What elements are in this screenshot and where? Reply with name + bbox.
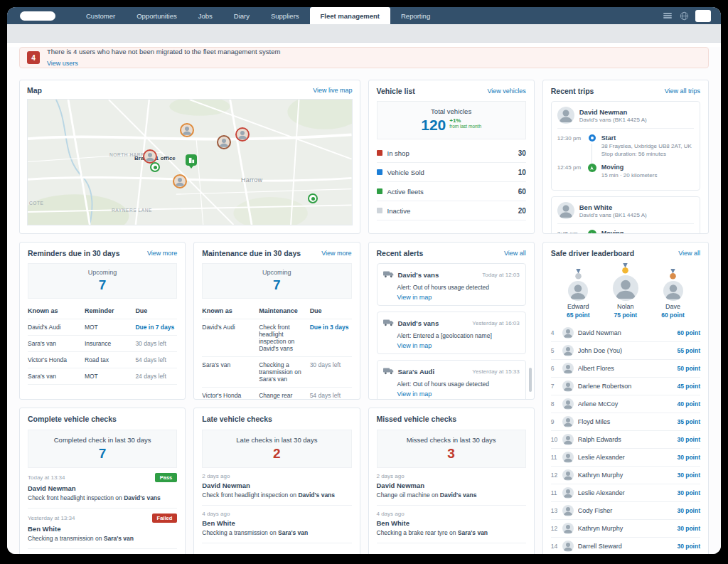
vehicle-status-row[interactable]: Inactive 20	[377, 201, 526, 220]
nav-tab[interactable]: Fleet management	[310, 7, 390, 24]
driver-avatar	[663, 281, 683, 301]
total-vehicles-delta: +1% from last month	[449, 117, 481, 129]
maintenance-due: 30 days left	[310, 361, 352, 368]
check-task: Checking a transmission on	[202, 529, 276, 536]
alert-message: There is 4 users who have not been migra…	[47, 48, 280, 55]
vehicle-list-title: Vehicle list	[377, 87, 415, 95]
maintenance-table-header: Known as Maintenance Due	[202, 303, 351, 319]
leaderboard-row[interactable]: 5 John Doe (You) 55 point	[551, 342, 700, 360]
view-live-map-link[interactable]: View live map	[313, 87, 352, 94]
reminders-upcoming-box: Upcoming 7	[28, 263, 177, 299]
leaderboard-row[interactable]: 12 Kathryn Murphy 30 point	[551, 520, 700, 538]
check-entry[interactable]: Yesterday at 13:34 Failed Ben White Chec…	[28, 509, 177, 549]
view-users-link[interactable]: View users	[47, 60, 78, 67]
app-logo[interactable]	[20, 11, 55, 21]
menu-icon[interactable]	[663, 11, 673, 21]
view-vehicles-link[interactable]: View vehicles	[487, 87, 525, 95]
leaderboard-row[interactable]: 9 Floyd Miles 35 point	[551, 413, 700, 431]
user-avatar[interactable]	[695, 10, 711, 22]
driver-points: 55 point	[677, 347, 700, 354]
check-task: Checking a brake rear tyre on	[377, 529, 456, 536]
vehicle-status-count: 60	[518, 188, 526, 196]
vehicle-status-label: Inactive	[387, 207, 518, 215]
reminders-view-more-link[interactable]: View more	[147, 250, 177, 257]
trip-vehicle: David's vans (BK1 4425 A)	[579, 117, 647, 123]
maintenance-row[interactable]: David's Audi Check front headlight inspe…	[202, 319, 351, 357]
view-in-map-link[interactable]: View in map	[397, 390, 520, 398]
leaderboard-row[interactable]: 11 Leslie Alexander 30 point	[551, 484, 700, 502]
alert-item[interactable]: David's vans Yesterday at 16:03 Alert: E…	[377, 312, 526, 354]
check-entry[interactable]: 2 days ago David Newman Change oil machi…	[377, 468, 526, 506]
map-vehicle-pin[interactable]	[217, 135, 231, 149]
alerts-view-all-link[interactable]: View all	[504, 250, 526, 257]
total-vehicles-label: Total vehicles	[378, 107, 525, 115]
trip-moving-icon	[588, 164, 596, 172]
leaderboard-row[interactable]: 12 Kathryn Murphy 30 point	[551, 467, 700, 484]
vehicle-status-row[interactable]: Active fleets 60	[377, 182, 526, 201]
leaderboard-row[interactable]: 11 Leslie Alexander 30 point	[551, 449, 700, 467]
nav-tab[interactable]: Suppliers	[260, 7, 310, 24]
leaderboard-row[interactable]: 6 Albert Flores 50 point	[551, 360, 700, 378]
col-maintenance: Maintenance	[259, 307, 309, 314]
alert-item[interactable]: David's vans Today at 12:03 Alert: Out o…	[377, 263, 526, 306]
podium-rank-3[interactable]: Dave 60 point	[661, 269, 685, 319]
map-vehicle-pin[interactable]	[173, 174, 187, 188]
vehicle-status-row[interactable]: In shop 30	[377, 144, 526, 163]
check-timestamp: Today at 13:34	[28, 474, 65, 481]
globe-icon[interactable]	[679, 11, 689, 21]
view-all-trips-link[interactable]: View all trips	[665, 87, 700, 95]
check-entry[interactable]: Today at 13:34 Pass David Newman Check f…	[28, 468, 177, 509]
nav-tab[interactable]: Opportunities	[126, 7, 188, 24]
map-status-pin[interactable]	[150, 162, 160, 172]
nav-tab-label: Diary	[234, 12, 250, 20]
nav-tab[interactable]: Jobs	[188, 7, 223, 24]
map-vehicle-pin[interactable]	[143, 149, 157, 164]
reminder-row[interactable]: Sara's van MOT 24 days left	[28, 368, 177, 385]
driver-rank: 5	[551, 347, 562, 354]
driver-avatar	[562, 327, 574, 339]
map[interactable]: NORTH HARROW Harrow RAYNERS LANE COTE Br…	[27, 99, 353, 225]
view-in-map-link[interactable]: View in map	[397, 294, 520, 301]
reminder-row[interactable]: David's Audi MOT Due in 7 days	[28, 319, 177, 336]
maintenance-view-more-link[interactable]: View more	[321, 250, 351, 257]
reminder-known-as: Sara's van	[28, 340, 85, 347]
podium-rank-1[interactable]: Nolan 75 point	[613, 263, 638, 319]
status-color-square	[377, 150, 382, 156]
vehicle-status-count: 10	[518, 169, 526, 176]
leaderboard-row[interactable]: 14 Darrell Steward 30 point	[551, 538, 700, 554]
trip-item[interactable]: David Newman David's vans (BK1 4425 A) 1…	[551, 101, 700, 191]
map-status-pin[interactable]	[308, 193, 318, 203]
vehicle-status-label: Active fleets	[387, 188, 518, 196]
check-description: Checking a transmission on Sara's van	[28, 535, 177, 543]
vehicle-status-row[interactable]: Vehicle Sold 10	[377, 163, 526, 182]
map-vehicle-pin[interactable]	[235, 127, 250, 142]
branch-office-pin[interactable]	[186, 154, 197, 166]
alert-item[interactable]: Sara's Audi Yesterday at 15:33 Alert: Ou…	[377, 360, 526, 400]
leaderboard-row[interactable]: 4 David Newman 60 point	[551, 324, 700, 342]
reminder-row[interactable]: Sara's van Insurance 30 days left	[28, 336, 177, 352]
nav-tab[interactable]: Diary	[223, 7, 260, 24]
reminder-row[interactable]: Victor's Honda Road tax 54 days left	[28, 352, 177, 368]
check-entry[interactable]: 2 days ago David Newman Check front head…	[202, 468, 351, 506]
podium-rank-2[interactable]: Edward 65 point	[567, 269, 590, 319]
leaderboard-row[interactable]: 8 Arlene McCoy 40 point	[551, 395, 700, 413]
leaderboard-row[interactable]: 13 Cody Fisher 30 point	[551, 502, 700, 520]
leaderboard-card: Safe driver leaderboard View all Edward …	[542, 242, 709, 554]
maintenance-row[interactable]: Victor's Honda Change rear brake and oil…	[202, 388, 351, 400]
maintenance-row[interactable]: Sara's van Checking a transmission on Sa…	[202, 357, 351, 388]
leaderboard-view-all-link[interactable]: View all	[678, 250, 700, 257]
leaderboard-row[interactable]: 10 Ralph Edwards 30 point	[551, 431, 700, 449]
trip-item[interactable]: Ben White David's vans (BK1 4425 A) 3:45…	[551, 196, 700, 234]
check-entry[interactable]: 4 days ago Ben White Checking a transmis…	[202, 506, 351, 543]
leaderboard-row[interactable]: 7 Darlene Robertson 45 point	[551, 378, 700, 395]
check-task: Change oil machine on	[377, 491, 439, 499]
map-vehicle-pin[interactable]	[180, 123, 194, 137]
view-in-map-link[interactable]: View in map	[397, 342, 520, 349]
check-task: Check front headlight inspection on	[202, 491, 296, 499]
nav-tab[interactable]: Customer	[75, 7, 126, 24]
alerts-scrollbar[interactable]	[529, 368, 532, 392]
nav-tab[interactable]: Reporting	[390, 7, 441, 24]
check-entry[interactable]: 4 days ago Ben White Checking a brake re…	[377, 506, 526, 543]
driver-rank: 9	[551, 418, 562, 425]
recent-alerts-title: Recent alerts	[377, 249, 424, 257]
